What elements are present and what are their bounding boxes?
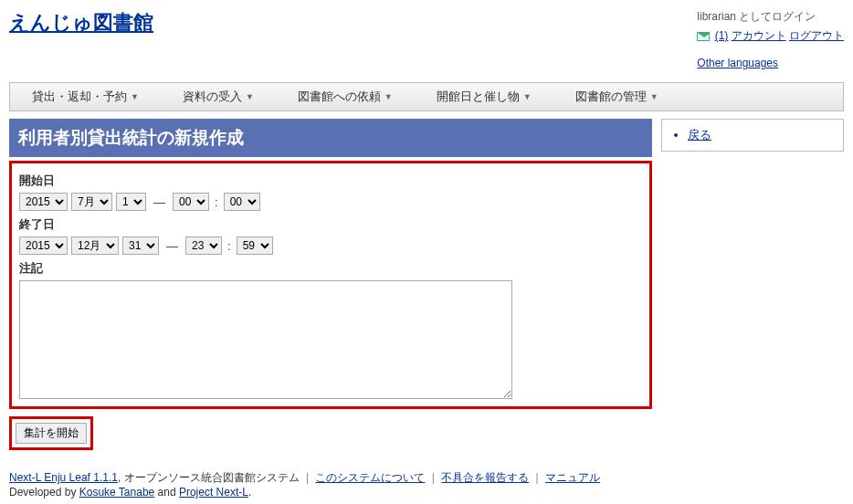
and: and — [154, 486, 179, 499]
dev-by: Developed by — [9, 486, 79, 499]
author-link[interactable]: Kosuke Tanabe — [79, 486, 155, 499]
start-day-select[interactable]: 1 — [116, 193, 146, 211]
chevron-down-icon: ▼ — [523, 92, 532, 101]
site-title-link[interactable]: えんじゅ図書館 — [9, 9, 153, 37]
end-date-row: 2015 12月 31 — 23 : 59 — [19, 236, 642, 255]
nav-label: 資料の受入 — [183, 89, 242, 105]
report-link[interactable]: 不具合を報告する — [441, 471, 529, 484]
end-month-select[interactable]: 12月 — [71, 236, 119, 255]
separator: | — [432, 471, 435, 484]
manual-link[interactable]: マニュアル — [545, 471, 600, 484]
nav-label: 貸出・返却・予約 — [32, 89, 127, 105]
nav-label: 図書館の管理 — [575, 89, 647, 105]
end-min-select[interactable]: 59 — [237, 236, 273, 255]
end-year-select[interactable]: 2015 — [19, 236, 68, 255]
dash: — — [166, 239, 178, 253]
colon: : — [215, 195, 218, 209]
start-min-select[interactable]: 00 — [224, 193, 260, 211]
chevron-down-icon: ▼ — [650, 92, 658, 101]
dash: — — [153, 195, 165, 209]
submit-box: 集計を開始 — [9, 416, 93, 450]
note-textarea[interactable] — [19, 280, 512, 399]
main-nav: 貸出・返却・予約▼ 資料の受入▼ 図書館への依頼▼ 開館日と催し物▼ 図書館の管… — [9, 82, 844, 111]
start-year-select[interactable]: 2015 — [19, 193, 68, 211]
nav-item-admin[interactable]: 図書館の管理▼ — [553, 83, 680, 110]
page-title: 利用者別貸出統計の新規作成 — [9, 119, 652, 157]
end-day-select[interactable]: 31 — [122, 236, 159, 255]
submit-button[interactable]: 集計を開始 — [16, 423, 87, 444]
start-date-row: 2015 7月 1 — 00 : 00 — [19, 193, 642, 211]
start-hour-select[interactable]: 00 — [173, 193, 209, 211]
login-status: librarian としてログイン — [697, 9, 844, 25]
back-link[interactable]: 戻る — [688, 128, 711, 142]
chevron-down-icon: ▼ — [384, 92, 393, 101]
start-month-select[interactable]: 7月 — [71, 193, 112, 211]
end-hour-select[interactable]: 23 — [185, 236, 222, 255]
nav-item-acquisition[interactable]: 資料の受入▼ — [161, 83, 276, 110]
footer: Next-L Enju Leaf 1.1.1, オープンソース統合図書館システム… — [9, 470, 844, 499]
footer-desc: , オープンソース統合図書館システム — [118, 471, 300, 484]
other-languages-link[interactable]: Other languages — [697, 57, 778, 69]
chevron-down-icon: ▼ — [131, 92, 139, 101]
unread-link[interactable]: (1) — [715, 29, 729, 42]
account-link[interactable]: アカウント — [732, 29, 786, 42]
nav-item-checkout[interactable]: 貸出・返却・予約▼ — [10, 83, 161, 110]
user-box: librarian としてログイン (1) アカウント ログアウト Other … — [697, 9, 844, 73]
chevron-down-icon: ▼ — [246, 92, 254, 101]
colon: : — [227, 239, 231, 253]
note-label: 注記 — [19, 260, 642, 277]
mail-icon — [697, 32, 710, 41]
side-box: 戻る — [661, 119, 844, 152]
nav-item-events[interactable]: 開館日と催し物▼ — [415, 83, 553, 110]
about-link[interactable]: このシステムについて — [315, 471, 425, 484]
nav-label: 図書館への依頼 — [298, 89, 381, 105]
separator: | — [536, 471, 539, 484]
nav-item-request[interactable]: 図書館への依頼▼ — [276, 83, 415, 110]
period: . — [248, 486, 251, 499]
nav-label: 開館日と催し物 — [437, 89, 520, 105]
logout-link[interactable]: ログアウト — [789, 29, 844, 42]
separator: | — [306, 471, 309, 484]
product-link[interactable]: Next-L Enju Leaf 1.1.1 — [9, 471, 118, 484]
end-date-label: 終了日 — [19, 216, 642, 233]
form-box: 開始日 2015 7月 1 — 00 : 00 終了日 2015 12月 31 … — [9, 161, 652, 409]
project-link[interactable]: Project Next-L — [179, 486, 248, 499]
start-date-label: 開始日 — [19, 173, 642, 189]
